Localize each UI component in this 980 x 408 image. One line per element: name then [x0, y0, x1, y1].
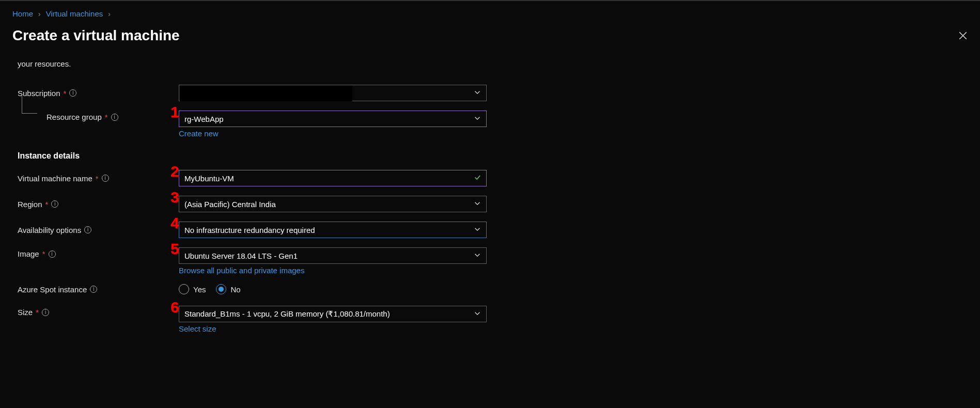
indent-line	[22, 96, 37, 114]
annotation-4: 4	[170, 215, 179, 231]
annotation-3: 3	[170, 190, 179, 205]
annotation-5: 5	[170, 241, 179, 257]
required-marker: *	[36, 308, 39, 317]
required-marker: *	[42, 249, 45, 258]
chevron-right-icon: ›	[38, 10, 41, 18]
label-resource-group: Resource group	[46, 113, 102, 121]
dropdown-region-value: (Asia Pacific) Central India	[184, 200, 276, 209]
label-vm-name: Virtual machine name	[18, 174, 92, 183]
chevron-right-icon: ›	[108, 10, 111, 18]
radio-yes-label: Yes	[193, 285, 206, 294]
label-spot-row: Azure Spot instance i	[18, 285, 179, 294]
link-select-size[interactable]: Select size	[179, 324, 216, 333]
input-vm-name[interactable]: MyUbuntu-VM	[179, 170, 487, 186]
info-icon[interactable]: i	[42, 309, 49, 316]
breadcrumb-vms[interactable]: Virtual machines	[46, 9, 103, 18]
label-image: Image	[18, 249, 39, 258]
dropdown-availability[interactable]: No infrastructure redundancy required	[179, 222, 487, 238]
required-marker: *	[105, 113, 108, 121]
close-icon	[958, 31, 968, 40]
link-create-new-rg[interactable]: Create new	[179, 129, 219, 138]
info-icon[interactable]: i	[84, 226, 91, 233]
label-availability-row: Availability options i	[18, 226, 179, 234]
label-resource-group-row: Resource group * i	[18, 111, 179, 121]
required-marker: *	[64, 89, 67, 98]
info-icon[interactable]: i	[102, 175, 109, 182]
info-icon[interactable]: i	[51, 200, 58, 208]
label-image-row: Image * i	[18, 247, 179, 258]
redacted-block	[180, 86, 352, 101]
chevron-down-icon	[474, 89, 481, 98]
label-size-row: Size * i	[18, 306, 179, 317]
intro-text-tail: your resources.	[18, 59, 649, 68]
required-marker: *	[45, 200, 49, 209]
dropdown-size[interactable]: Standard_B1ms - 1 vcpu, 2 GiB memory (₹1…	[179, 306, 487, 322]
dropdown-size-value: Standard_B1ms - 1 vcpu, 2 GiB memory (₹1…	[184, 309, 390, 319]
radio-spot-yes[interactable]: Yes	[179, 284, 206, 294]
info-icon[interactable]: i	[69, 89, 76, 97]
chevron-down-icon	[474, 310, 481, 319]
label-spot: Azure Spot instance	[18, 285, 87, 294]
chevron-down-icon	[474, 252, 481, 260]
radio-no-label: No	[230, 285, 240, 294]
info-icon[interactable]: i	[90, 286, 97, 293]
label-size: Size	[18, 308, 33, 317]
form-area: your resources. Subscription * i Resourc…	[0, 59, 661, 350]
label-region-row: Region * i	[18, 200, 179, 209]
label-subscription-row: Subscription * i	[18, 89, 179, 98]
info-icon[interactable]: i	[111, 114, 118, 121]
breadcrumb: Home › Virtual machines ›	[0, 5, 980, 23]
breadcrumb-home[interactable]: Home	[12, 9, 33, 18]
dropdown-resource-group-value: rg-WebApp	[184, 115, 224, 123]
chevron-down-icon	[474, 115, 481, 123]
dropdown-resource-group[interactable]: rg-WebApp	[179, 111, 487, 127]
chevron-down-icon	[474, 200, 481, 209]
dropdown-region[interactable]: (Asia Pacific) Central India	[179, 196, 487, 212]
info-icon[interactable]: i	[49, 250, 56, 258]
radio-group-spot: Yes No	[179, 284, 487, 294]
required-marker: *	[96, 174, 99, 183]
link-browse-images[interactable]: Browse all public and private images	[179, 266, 304, 275]
annotation-2: 2	[170, 164, 179, 179]
dropdown-subscription[interactable]	[179, 85, 487, 101]
label-region: Region	[18, 200, 42, 209]
page-title: Create a virtual machine	[0, 23, 980, 59]
input-vm-name-value: MyUbuntu-VM	[184, 174, 234, 183]
check-icon	[474, 174, 481, 183]
radio-spot-no[interactable]: No	[216, 284, 240, 294]
annotation-1: 1	[170, 104, 179, 120]
dropdown-availability-value: No infrastructure redundancy required	[184, 226, 315, 234]
label-vm-name-row: Virtual machine name * i	[18, 174, 179, 183]
dropdown-image-value: Ubuntu Server 18.04 LTS - Gen1	[184, 252, 298, 260]
chevron-down-icon	[474, 226, 481, 234]
label-availability: Availability options	[18, 226, 81, 234]
radio-circle-unchecked	[179, 284, 189, 294]
dropdown-image[interactable]: Ubuntu Server 18.04 LTS - Gen1	[179, 247, 487, 264]
close-button[interactable]	[958, 31, 968, 42]
annotation-6: 6	[170, 300, 179, 315]
radio-circle-checked	[216, 284, 226, 294]
section-instance-details: Instance details	[18, 151, 649, 161]
